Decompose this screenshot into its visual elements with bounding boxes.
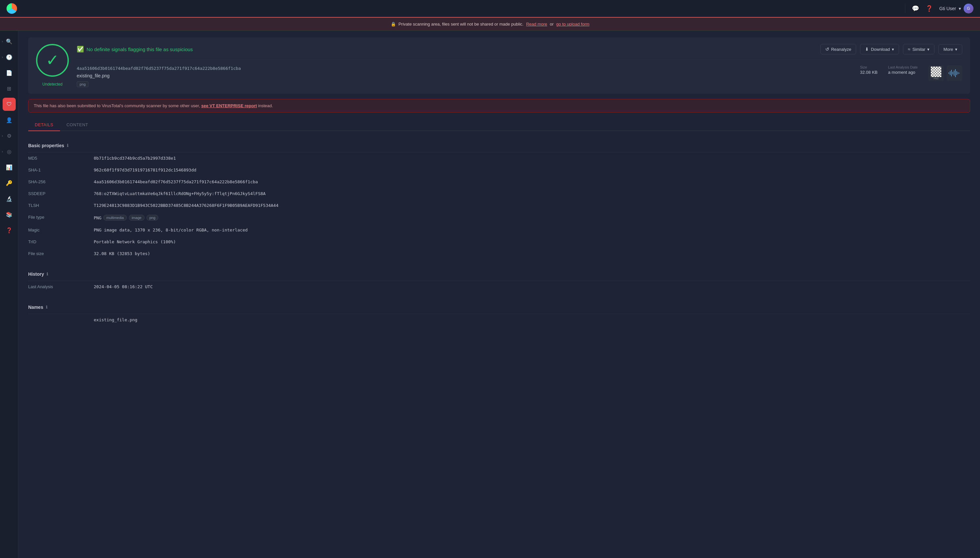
file-info: ✅ No definite signals flagging this file… [77, 44, 962, 87]
status-check-icon: ✅ [77, 46, 84, 53]
prop-label: TLSH [28, 203, 94, 208]
status-clean: ✅ No definite signals flagging this file… [77, 46, 193, 53]
table-row: Last Analysis 2024-04-05 08:16:22 UTC [28, 281, 970, 293]
user-menu[interactable]: Gti User ▾ G [939, 3, 973, 13]
prop-label: Last Analysis [28, 284, 94, 289]
sidebar: 🔍 🕐 📄 ⊞ 🛡 👤 ⚙ ◎ 📊 🔑 🔬 📚 ❓ [0, 31, 18, 558]
prop-label: MD5 [28, 156, 94, 161]
filename: existing_file.png [77, 73, 241, 78]
download-icon: ⬇ [865, 46, 869, 52]
read-more-link[interactable]: Read more [526, 21, 547, 26]
waveform-thumb [947, 65, 962, 81]
lock-icon: 🔒 [391, 21, 396, 26]
sidebar-item-scan[interactable]: 🛡 [3, 98, 16, 111]
table-row: SHA-256 4aa51606d3b0161744beafd02f76d523… [28, 176, 970, 188]
sidebar-item-network[interactable]: ◎ [3, 145, 16, 158]
action-buttons: ↺ Reanalyze ⬇ Download ▾ ≈ Similar ▾ [820, 44, 962, 54]
sidebar-item-apps[interactable]: ⊞ [3, 82, 16, 95]
chevron-down-icon: ▾ [959, 6, 961, 11]
prop-label [28, 317, 94, 322]
file-thumbnails: PNG [928, 65, 962, 81]
table-row: existing_file.png [28, 314, 970, 326]
history-title: History [28, 271, 44, 277]
basic-properties-title: Basic properties [28, 143, 64, 148]
history-info-icon[interactable]: ℹ [46, 272, 48, 276]
history-header: History ℹ [28, 268, 970, 281]
more-button[interactable]: More ▾ [938, 44, 962, 54]
prop-label: File size [28, 251, 94, 256]
prop-value: 768:o2TXWiqtvLuattmkaVe6qJkf61llcRdONg+F… [94, 191, 970, 196]
verdict-section: ✓ Undetected [36, 44, 69, 87]
checkerboard-icon [931, 67, 941, 77]
svg-rect-2 [951, 70, 952, 76]
svg-rect-7 [958, 72, 959, 74]
sidebar-item-files[interactable]: 📄 [3, 66, 16, 79]
topbar-separator [905, 4, 905, 13]
size-meta: Size 32.08 KB [860, 65, 878, 75]
sidebar-item-docs[interactable]: 📚 [3, 208, 16, 221]
basic-properties-info-icon[interactable]: ℹ [67, 143, 69, 148]
prop-label: SHA-1 [28, 167, 94, 172]
sidebar-item-users[interactable]: 👤 [3, 113, 16, 126]
main-layout: 🔍 🕐 📄 ⊞ 🛡 👤 ⚙ ◎ 📊 🔑 🔬 📚 ❓ ✓ Undetected [0, 31, 980, 558]
prop-value: existing_file.png [94, 317, 970, 322]
basic-properties-section: Basic properties ℹ MD5 0b71f1cb9cd374b9c… [28, 139, 970, 260]
chat-icon[interactable]: 💬 [912, 5, 919, 12]
file-hashes: 4aa51606d3b0161744beafd02f76d5237f75da27… [77, 65, 241, 87]
size-value: 32.08 KB [860, 70, 878, 75]
warning-after: instead. [258, 103, 273, 108]
logo-icon[interactable] [7, 3, 17, 14]
sidebar-item-help[interactable]: ❓ [3, 223, 16, 237]
sidebar-item-settings[interactable]: ⚙ [3, 129, 16, 142]
table-row: TLSH T129E24813C9883D1B943C5022BBD37485C… [28, 200, 970, 212]
prop-label: SSDEEP [28, 191, 94, 196]
sidebar-item-search[interactable]: 🔍 [3, 35, 16, 48]
prop-value: 962c60f1f97d3d71919716781f912dc1546893dd [94, 167, 970, 172]
private-scanning-banner: 🔒 Private scanning area, files sent will… [0, 17, 980, 31]
download-button[interactable]: ⬇ Download ▾ [860, 44, 899, 54]
names-info-icon[interactable]: ℹ [46, 305, 48, 310]
check-icon: ✓ [46, 53, 59, 68]
help-icon[interactable]: ❓ [926, 5, 933, 12]
warning-banner: This file has also been submitted to Vir… [28, 99, 970, 112]
prop-label: Magic [28, 228, 94, 233]
prop-value: 2024-04-05 08:16:22 UTC [94, 284, 970, 289]
last-analysis-value: a moment ago [888, 70, 918, 75]
sidebar-item-stats[interactable]: 📊 [3, 161, 16, 174]
basic-properties-rows: MD5 0b71f1cb9cd374b9cd5a7b2997d338e1 SHA… [28, 153, 970, 260]
prop-label: SHA-256 [28, 179, 94, 184]
vt-enterprise-link[interactable]: see VT ENTERPRISE report [201, 103, 257, 108]
file-details-row: 4aa51606d3b0161744beafd02f76d5237f75da27… [77, 65, 962, 87]
sidebar-item-analyze[interactable]: 🔬 [3, 192, 16, 205]
tab-content[interactable]: CONTENT [60, 119, 95, 131]
prop-value: 0b71f1cb9cd374b9cd5a7b2997d338e1 [94, 156, 970, 161]
refresh-icon: ↺ [825, 46, 829, 52]
banner-text: Private scanning area, files sent will n… [398, 21, 524, 26]
png-label: PNG [934, 77, 938, 80]
sidebar-item-history[interactable]: 🕐 [3, 51, 16, 64]
waveform-icon [948, 67, 961, 80]
reanalyze-button[interactable]: ↺ Reanalyze [820, 44, 856, 54]
sha256-hash: 4aa51606d3b0161744beafd02f76d5237f75da27… [77, 66, 241, 71]
tab-details[interactable]: DETAILS [28, 119, 60, 131]
verdict-circle: ✓ [36, 44, 69, 77]
tag-image: image [129, 215, 144, 221]
similar-button[interactable]: ≈ Similar ▾ [903, 44, 934, 54]
prop-value: Portable Network Graphics (100%) [94, 239, 970, 244]
go-to-upload-link[interactable]: go to upload form [556, 21, 589, 26]
prop-value: T129E24813C9883D1B943C5022BBD37485C8B244… [94, 203, 970, 208]
file-type-tag: png [77, 81, 88, 87]
svg-rect-3 [952, 72, 953, 74]
history-section: History ℹ Last Analysis 2024-04-05 08:16… [28, 268, 970, 293]
svg-rect-5 [955, 69, 956, 77]
last-analysis-label: Last Analysis Date [888, 65, 918, 69]
svg-rect-0 [949, 72, 949, 74]
banner-or: or [550, 21, 554, 26]
table-row: SHA-1 962c60f1f97d3d71919716781f912dc154… [28, 164, 970, 176]
prop-value: 32.08 KB (32853 bytes) [94, 251, 970, 256]
tag-multimedia: multimedia [103, 215, 126, 221]
sidebar-item-keys[interactable]: 🔑 [3, 176, 16, 189]
basic-properties-header: Basic properties ℹ [28, 139, 970, 153]
names-header: Names ℹ [28, 300, 970, 314]
table-row: Magic PNG image data, 1370 x 236, 8-bit/… [28, 224, 970, 236]
